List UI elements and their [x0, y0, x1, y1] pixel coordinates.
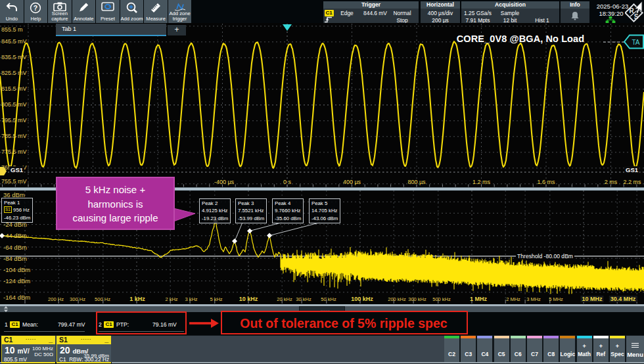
svg-text:TA: TA	[632, 39, 639, 46]
svg-text:?: ?	[34, 4, 37, 12]
